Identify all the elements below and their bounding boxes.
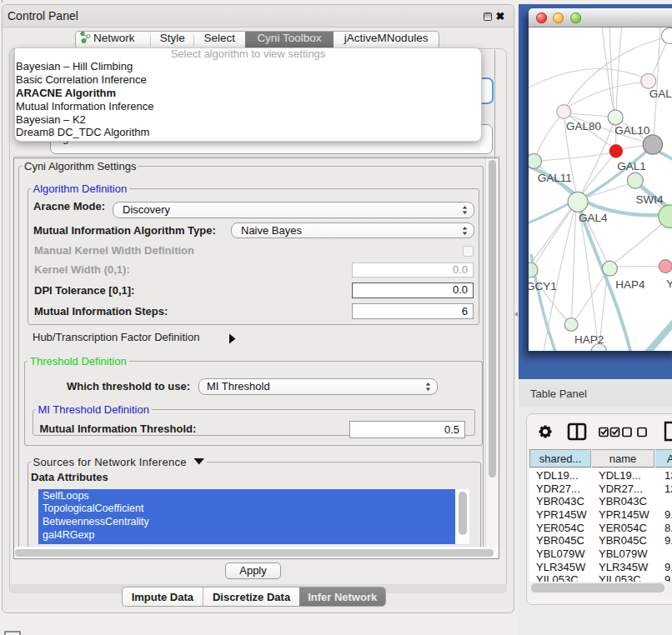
svg-text:GAL1: GAL1 <box>617 160 646 172</box>
svg-text:HAP4: HAP4 <box>615 278 645 291</box>
svg-text:GAL80: GAL80 <box>566 120 601 132</box>
svg-text:GAL10: GAL10 <box>614 124 649 137</box>
svg-text:GAL4: GAL4 <box>579 212 608 224</box>
svg-text:GCY1: GCY1 <box>529 280 557 292</box>
svg-text:HAP2: HAP2 <box>574 333 604 346</box>
svg-text:Y: Y <box>666 278 672 290</box>
svg-text:GAL11: GAL11 <box>538 172 572 184</box>
svg-text:GAL: GAL <box>649 88 672 100</box>
svg-text:SWI4: SWI4 <box>635 193 663 206</box>
